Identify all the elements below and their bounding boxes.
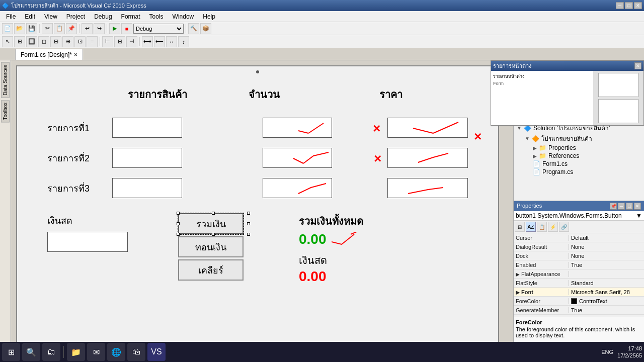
open-btn[interactable]: 📂 bbox=[14, 23, 25, 34]
redo-btn[interactable]: ↪ bbox=[94, 23, 105, 34]
cash-input[interactable] bbox=[47, 232, 128, 252]
props-close-btn[interactable]: ✕ bbox=[634, 203, 641, 210]
row2-product-input[interactable] bbox=[112, 148, 182, 168]
stop-btn[interactable]: ■ bbox=[121, 23, 132, 34]
tool2[interactable]: ⊞ bbox=[14, 36, 25, 47]
tree-program[interactable]: 📄 Program.cs bbox=[532, 168, 642, 176]
menu-debug[interactable]: Debug bbox=[90, 12, 116, 21]
handle-br[interactable] bbox=[247, 233, 250, 236]
handle-bl[interactable] bbox=[177, 233, 180, 236]
props-category-btn[interactable]: ⊟ bbox=[515, 222, 525, 232]
task-view-btn[interactable]: 🗂 bbox=[42, 343, 60, 361]
handle-tm[interactable] bbox=[212, 212, 215, 215]
menu-edit[interactable]: Edit bbox=[21, 12, 39, 21]
config-select[interactable]: Debug bbox=[133, 24, 184, 34]
handle-bm[interactable] bbox=[212, 233, 215, 236]
prop-cursor-value[interactable]: Default bbox=[569, 235, 644, 241]
row2-qty-input[interactable] bbox=[263, 148, 332, 168]
align-left-btn[interactable]: ⊢ bbox=[102, 36, 113, 47]
start-btn[interactable]: ⊞ bbox=[2, 343, 20, 361]
props-pin-btn[interactable]: 📌 bbox=[610, 203, 617, 210]
row1-qty-input[interactable] bbox=[263, 118, 332, 138]
tab-close-btn[interactable]: × bbox=[74, 51, 77, 58]
explorer-btn[interactable]: 📁 bbox=[67, 343, 85, 361]
tool5[interactable]: ⊟ bbox=[50, 36, 61, 47]
store-btn[interactable]: 🛍 bbox=[127, 343, 145, 361]
row2-price-input[interactable] bbox=[387, 148, 468, 168]
pointer-btn[interactable]: ↖ bbox=[2, 36, 13, 47]
tool8[interactable]: ≡ bbox=[87, 36, 98, 47]
tool6[interactable]: ⊕ bbox=[62, 36, 73, 47]
props-events-btn[interactable]: ⚡ bbox=[548, 222, 558, 232]
clear-button[interactable]: เคลียร์ bbox=[178, 259, 244, 281]
tree-form1[interactable]: 📄 Form1.cs bbox=[532, 160, 642, 168]
row3-qty-input[interactable] bbox=[263, 178, 332, 198]
new-file-btn[interactable]: 📄 bbox=[2, 23, 13, 34]
run-btn[interactable]: ▶ bbox=[109, 23, 120, 34]
menu-view[interactable]: View bbox=[40, 12, 61, 21]
copy-btn[interactable]: 📋 bbox=[54, 23, 65, 34]
prop-flatstyle-value[interactable]: Standard bbox=[569, 280, 644, 286]
sidebar-tab-toolbox[interactable]: Toolbox bbox=[1, 100, 10, 122]
size-h-btn[interactable]: ↔ bbox=[166, 36, 177, 47]
row1-price-input[interactable] bbox=[387, 118, 468, 138]
close-btn[interactable]: ✕ bbox=[634, 2, 642, 9]
change-button[interactable]: ทอนเงิน bbox=[178, 236, 244, 257]
maximize-btn[interactable]: □ bbox=[625, 2, 633, 9]
row1-product-input[interactable] bbox=[112, 118, 182, 138]
prop-forecolor-value[interactable]: ControlText bbox=[569, 298, 644, 304]
form-resize-handle[interactable] bbox=[256, 70, 259, 73]
props-props-btn[interactable]: 📋 bbox=[537, 222, 547, 232]
tree-references[interactable]: ▶ 📁 References bbox=[532, 152, 642, 160]
prop-genmember-value[interactable]: True bbox=[569, 307, 644, 313]
save-btn[interactable]: 💾 bbox=[26, 23, 37, 34]
props-min-btn[interactable]: ─ bbox=[618, 203, 625, 210]
handle-tl[interactable] bbox=[177, 212, 180, 215]
build-btn[interactable]: 🔨 bbox=[188, 23, 199, 34]
form-design-tab[interactable]: Form1.cs [Design]* × bbox=[15, 49, 83, 60]
search-taskbar-btn[interactable]: 🔍 bbox=[22, 343, 40, 361]
prop-flatapp-expand[interactable]: ▶ bbox=[516, 272, 520, 277]
prop-font-value[interactable]: Microsoft Sans Serif, 28 bbox=[569, 289, 644, 295]
dist-v-btn[interactable]: ⟵ bbox=[154, 36, 165, 47]
tool4[interactable]: ◻ bbox=[38, 36, 49, 47]
edge-btn[interactable]: 🌐 bbox=[107, 343, 125, 361]
menu-project[interactable]: Project bbox=[62, 12, 89, 21]
form-designer[interactable]: รายการสินค้า จำนวน ราคา รายการที่1 bbox=[16, 65, 499, 342]
publish-btn[interactable]: 📦 bbox=[200, 23, 211, 34]
align-right-btn[interactable]: ⊣ bbox=[126, 36, 137, 47]
size-v-btn[interactable]: ↕ bbox=[178, 36, 189, 47]
prop-dialogresult-value[interactable]: None bbox=[569, 244, 644, 250]
row3-price-input[interactable] bbox=[387, 178, 468, 198]
sidebar-tab-data[interactable]: Data Sources bbox=[1, 62, 10, 98]
prop-font-expand[interactable]: ▶ bbox=[516, 290, 520, 295]
menu-file[interactable]: File bbox=[2, 12, 20, 21]
dist-h-btn[interactable]: ⟷ bbox=[142, 36, 153, 47]
minimize-btn[interactable]: ─ bbox=[616, 2, 624, 9]
tool3[interactable]: 🔲 bbox=[26, 36, 37, 47]
props-max-btn[interactable]: □ bbox=[626, 203, 633, 210]
handle-ml[interactable] bbox=[177, 222, 180, 225]
prop-dock-value[interactable]: None bbox=[569, 253, 644, 259]
prop-enabled-value[interactable]: True bbox=[569, 262, 644, 268]
mail-btn[interactable]: ✉ bbox=[87, 343, 105, 361]
handle-mr[interactable] bbox=[247, 222, 250, 225]
tool7[interactable]: ⊡ bbox=[74, 36, 86, 47]
row3-product-input[interactable] bbox=[112, 178, 182, 198]
props-alpha-btn[interactable]: AZ bbox=[526, 222, 536, 232]
tree-properties[interactable]: ▶ 📁 Properties bbox=[532, 144, 642, 152]
align-center-btn[interactable]: ⊟ bbox=[114, 36, 125, 47]
sum-button[interactable]: รวมเงิน bbox=[178, 213, 244, 234]
paste-btn[interactable]: 📌 bbox=[66, 23, 77, 34]
cut-btn[interactable]: ✂ bbox=[42, 23, 53, 34]
tree-project-root[interactable]: ▼ 🔶 โปรแกรมขายสินค้า bbox=[524, 133, 642, 144]
props-object-selector[interactable]: button1 System.Windows.Forms.Button ▼ bbox=[514, 211, 644, 221]
handle-tr[interactable] bbox=[247, 212, 250, 215]
undo-btn[interactable]: ↩ bbox=[82, 23, 93, 34]
menu-help[interactable]: Help bbox=[199, 12, 219, 21]
mini-close-btn[interactable]: ✕ bbox=[634, 62, 641, 69]
menu-tools[interactable]: Tools bbox=[145, 12, 168, 21]
menu-format[interactable]: Format bbox=[117, 12, 144, 21]
vs-btn[interactable]: VS bbox=[147, 343, 166, 361]
props-bind-btn[interactable]: 🔗 bbox=[559, 222, 569, 232]
